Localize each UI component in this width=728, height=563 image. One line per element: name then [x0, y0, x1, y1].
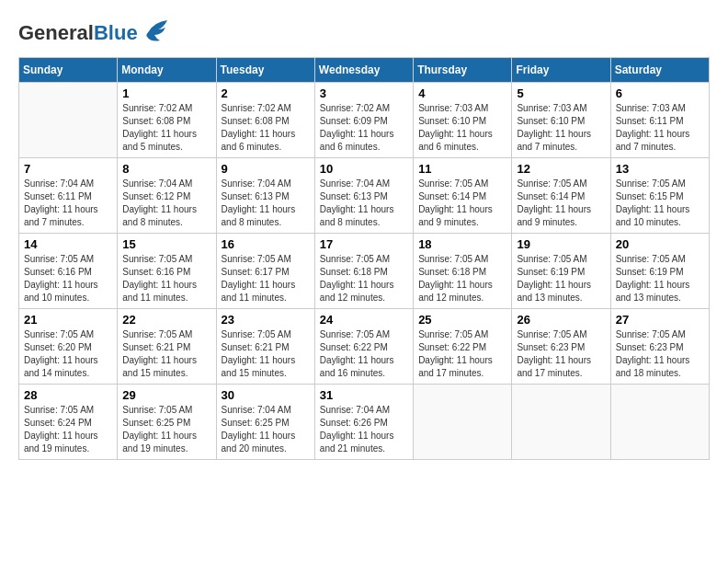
day-number: 20: [616, 237, 704, 251]
calendar-cell: 31Sunrise: 7:04 AMSunset: 6:26 PMDayligh…: [314, 385, 413, 460]
day-info: Sunrise: 7:05 AMSunset: 6:20 PMDaylight:…: [24, 328, 112, 380]
calendar-cell: 6Sunrise: 7:03 AMSunset: 6:11 PMDaylight…: [610, 83, 709, 158]
day-number: 9: [222, 162, 310, 176]
calendar-cell: 3Sunrise: 7:02 AMSunset: 6:09 PMDaylight…: [314, 83, 413, 158]
weekday-header-tuesday: Tuesday: [216, 58, 314, 83]
day-info: Sunrise: 7:05 AMSunset: 6:18 PMDaylight:…: [418, 253, 506, 304]
calendar-cell: [512, 385, 610, 460]
calendar-cell: 11Sunrise: 7:05 AMSunset: 6:14 PMDayligh…: [414, 158, 512, 234]
day-number: 7: [24, 162, 112, 176]
week-row-5: 28Sunrise: 7:05 AMSunset: 6:24 PMDayligh…: [19, 385, 710, 460]
weekday-header-row: SundayMondayTuesdayWednesdayThursdayFrid…: [19, 58, 710, 83]
day-info: Sunrise: 7:02 AMSunset: 6:08 PMDaylight:…: [122, 102, 210, 154]
day-number: 28: [24, 388, 112, 402]
week-row-1: 1Sunrise: 7:02 AMSunset: 6:08 PMDaylight…: [19, 83, 710, 158]
calendar-cell: 9Sunrise: 7:04 AMSunset: 6:13 PMDaylight…: [216, 158, 314, 234]
day-info: Sunrise: 7:05 AMSunset: 6:14 PMDaylight:…: [517, 178, 605, 229]
day-info: Sunrise: 7:05 AMSunset: 6:19 PMDaylight:…: [517, 253, 605, 304]
day-info: Sunrise: 7:05 AMSunset: 6:23 PMDaylight:…: [517, 328, 605, 380]
calendar-cell: 22Sunrise: 7:05 AMSunset: 6:21 PMDayligh…: [118, 309, 216, 385]
day-number: 8: [122, 162, 210, 176]
week-row-3: 14Sunrise: 7:05 AMSunset: 6:16 PMDayligh…: [19, 234, 710, 309]
day-info: Sunrise: 7:03 AMSunset: 6:10 PMDaylight:…: [517, 102, 605, 154]
calendar-cell: 27Sunrise: 7:05 AMSunset: 6:23 PMDayligh…: [610, 309, 709, 385]
calendar-cell: 23Sunrise: 7:05 AMSunset: 6:21 PMDayligh…: [216, 309, 314, 385]
calendar-cell: 5Sunrise: 7:03 AMSunset: 6:10 PMDaylight…: [512, 83, 610, 158]
calendar-cell: 29Sunrise: 7:05 AMSunset: 6:25 PMDayligh…: [118, 385, 216, 460]
calendar-cell: 7Sunrise: 7:04 AMSunset: 6:11 PMDaylight…: [19, 158, 118, 234]
weekday-header-thursday: Thursday: [414, 58, 512, 83]
weekday-header-sunday: Sunday: [19, 58, 118, 83]
day-number: 23: [222, 313, 310, 327]
day-number: 6: [616, 86, 704, 100]
day-number: 25: [418, 313, 506, 327]
day-number: 13: [616, 162, 704, 176]
calendar-cell: 26Sunrise: 7:05 AMSunset: 6:23 PMDayligh…: [512, 309, 610, 385]
calendar-cell: 12Sunrise: 7:05 AMSunset: 6:14 PMDayligh…: [512, 158, 610, 234]
calendar-cell: 24Sunrise: 7:05 AMSunset: 6:22 PMDayligh…: [314, 309, 413, 385]
calendar-cell: [414, 385, 512, 460]
day-number: 12: [517, 162, 605, 176]
logo: GeneralBlue: [18, 18, 171, 48]
weekday-header-wednesday: Wednesday: [314, 58, 413, 83]
calendar-cell: 20Sunrise: 7:05 AMSunset: 6:19 PMDayligh…: [610, 234, 709, 309]
day-number: 29: [122, 388, 210, 402]
calendar-cell: 14Sunrise: 7:05 AMSunset: 6:16 PMDayligh…: [19, 234, 118, 309]
day-number: 22: [122, 313, 210, 327]
day-number: 31: [320, 388, 408, 402]
calendar-cell: 15Sunrise: 7:05 AMSunset: 6:16 PMDayligh…: [118, 234, 216, 309]
calendar-cell: 13Sunrise: 7:05 AMSunset: 6:15 PMDayligh…: [610, 158, 709, 234]
day-info: Sunrise: 7:04 AMSunset: 6:11 PMDaylight:…: [24, 178, 112, 229]
day-number: 2: [222, 86, 310, 100]
day-number: 5: [517, 86, 605, 100]
day-info: Sunrise: 7:05 AMSunset: 6:21 PMDaylight:…: [122, 328, 210, 380]
calendar-cell: [19, 83, 118, 158]
logo-blue: Blue: [94, 21, 138, 44]
day-info: Sunrise: 7:05 AMSunset: 6:23 PMDaylight:…: [616, 328, 704, 380]
calendar-cell: 16Sunrise: 7:05 AMSunset: 6:17 PMDayligh…: [216, 234, 314, 309]
day-info: Sunrise: 7:05 AMSunset: 6:24 PMDaylight:…: [24, 404, 112, 455]
day-number: 18: [418, 237, 506, 251]
day-number: 17: [320, 237, 408, 251]
day-info: Sunrise: 7:05 AMSunset: 6:18 PMDaylight:…: [320, 253, 408, 304]
day-info: Sunrise: 7:05 AMSunset: 6:15 PMDaylight:…: [616, 178, 704, 229]
calendar-cell: 2Sunrise: 7:02 AMSunset: 6:08 PMDaylight…: [216, 83, 314, 158]
calendar-cell: 28Sunrise: 7:05 AMSunset: 6:24 PMDayligh…: [19, 385, 118, 460]
day-number: 19: [517, 237, 605, 251]
calendar-cell: 18Sunrise: 7:05 AMSunset: 6:18 PMDayligh…: [414, 234, 512, 309]
day-info: Sunrise: 7:03 AMSunset: 6:11 PMDaylight:…: [616, 102, 704, 154]
day-info: Sunrise: 7:04 AMSunset: 6:26 PMDaylight:…: [320, 404, 408, 455]
day-number: 30: [222, 388, 310, 402]
calendar-cell: 1Sunrise: 7:02 AMSunset: 6:08 PMDaylight…: [118, 83, 216, 158]
day-info: Sunrise: 7:05 AMSunset: 6:22 PMDaylight:…: [418, 328, 506, 380]
weekday-header-saturday: Saturday: [610, 58, 709, 83]
calendar-table: SundayMondayTuesdayWednesdayThursdayFrid…: [18, 57, 710, 460]
calendar-cell: 10Sunrise: 7:04 AMSunset: 6:13 PMDayligh…: [314, 158, 413, 234]
day-number: 15: [122, 237, 210, 251]
logo-general: General: [18, 21, 94, 44]
day-info: Sunrise: 7:03 AMSunset: 6:10 PMDaylight:…: [418, 102, 506, 154]
day-info: Sunrise: 7:04 AMSunset: 6:13 PMDaylight:…: [320, 178, 408, 229]
day-info: Sunrise: 7:04 AMSunset: 6:25 PMDaylight:…: [222, 404, 310, 455]
day-number: 11: [418, 162, 506, 176]
calendar-cell: 19Sunrise: 7:05 AMSunset: 6:19 PMDayligh…: [512, 234, 610, 309]
weekday-header-monday: Monday: [118, 58, 216, 83]
calendar-cell: 25Sunrise: 7:05 AMSunset: 6:22 PMDayligh…: [414, 309, 512, 385]
calendar-cell: 4Sunrise: 7:03 AMSunset: 6:10 PMDaylight…: [414, 83, 512, 158]
calendar-cell: 17Sunrise: 7:05 AMSunset: 6:18 PMDayligh…: [314, 234, 413, 309]
week-row-4: 21Sunrise: 7:05 AMSunset: 6:20 PMDayligh…: [19, 309, 710, 385]
day-info: Sunrise: 7:05 AMSunset: 6:14 PMDaylight:…: [418, 178, 506, 229]
day-info: Sunrise: 7:02 AMSunset: 6:09 PMDaylight:…: [320, 102, 408, 154]
day-number: 26: [517, 313, 605, 327]
calendar-cell: [610, 385, 709, 460]
weekday-header-friday: Friday: [512, 58, 610, 83]
day-number: 1: [122, 86, 210, 100]
day-number: 10: [320, 162, 408, 176]
day-info: Sunrise: 7:04 AMSunset: 6:12 PMDaylight:…: [122, 178, 210, 229]
day-info: Sunrise: 7:02 AMSunset: 6:08 PMDaylight:…: [222, 102, 310, 154]
calendar-cell: 8Sunrise: 7:04 AMSunset: 6:12 PMDaylight…: [118, 158, 216, 234]
day-number: 16: [222, 237, 310, 251]
day-number: 27: [616, 313, 704, 327]
day-number: 14: [24, 237, 112, 251]
day-info: Sunrise: 7:05 AMSunset: 6:21 PMDaylight:…: [222, 328, 310, 380]
